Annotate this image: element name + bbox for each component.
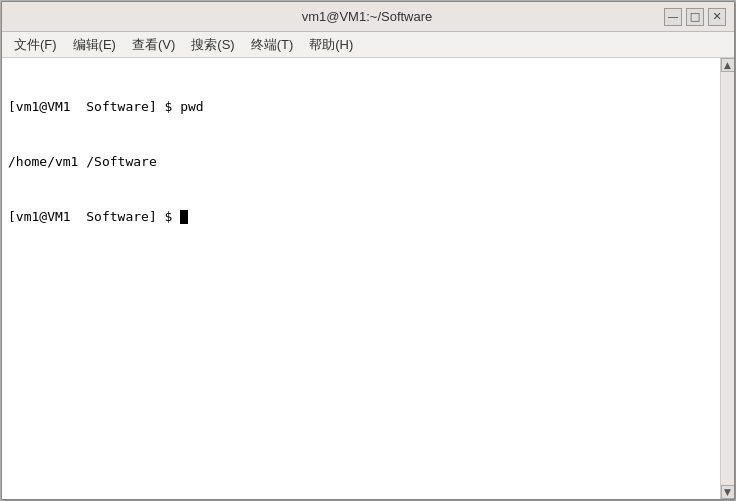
terminal-area: [vm1@VM1 Software] $ pwd /home/vm1 /Soft… — [2, 58, 734, 499]
menu-file[interactable]: 文件(F) — [6, 33, 65, 57]
maximize-button[interactable]: □ — [686, 8, 704, 26]
close-button[interactable]: ✕ — [708, 8, 726, 26]
terminal-window: vm1@VM1:~/Software — □ ✕ 文件(F) 编辑(E) 查看(… — [1, 1, 735, 500]
menu-edit[interactable]: 编辑(E) — [65, 33, 124, 57]
terminal-line-3: [vm1@VM1 Software] $ — [8, 208, 714, 226]
scrollbar-down-button[interactable]: ▼ — [721, 485, 735, 499]
scrollbar-up-button[interactable]: ▲ — [721, 58, 735, 72]
menu-view[interactable]: 查看(V) — [124, 33, 183, 57]
window-title: vm1@VM1:~/Software — [70, 9, 664, 24]
minimize-button[interactable]: — — [664, 8, 682, 26]
terminal-line-2: /home/vm1 /Software — [8, 153, 714, 171]
menu-search[interactable]: 搜索(S) — [183, 33, 242, 57]
titlebar: vm1@VM1:~/Software — □ ✕ — [2, 2, 734, 32]
menu-terminal[interactable]: 终端(T) — [243, 33, 302, 57]
menu-help[interactable]: 帮助(H) — [301, 33, 361, 57]
menubar: 文件(F) 编辑(E) 查看(V) 搜索(S) 终端(T) 帮助(H) — [2, 32, 734, 58]
terminal-line-1: [vm1@VM1 Software] $ pwd — [8, 98, 714, 116]
terminal-cursor — [180, 210, 188, 224]
scrollbar: ▲ ▼ — [720, 58, 734, 499]
titlebar-buttons: — □ ✕ — [664, 8, 726, 26]
terminal-content[interactable]: [vm1@VM1 Software] $ pwd /home/vm1 /Soft… — [2, 58, 720, 499]
